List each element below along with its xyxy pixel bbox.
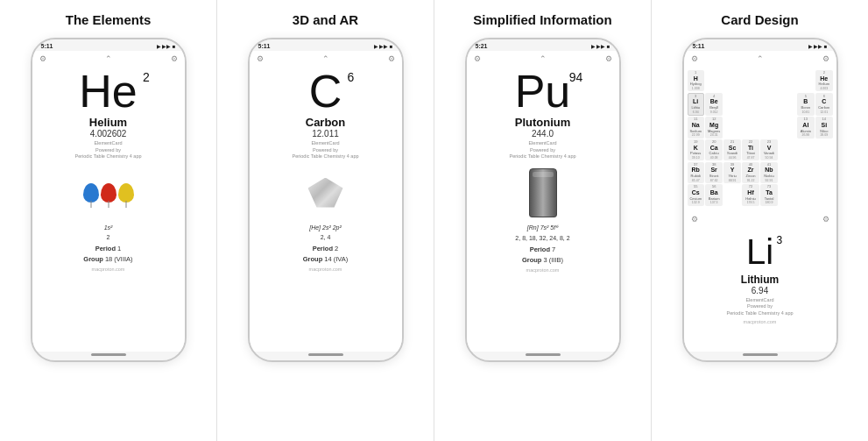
mini-cell-mass: 44.96 xyxy=(729,156,737,160)
mini-cell-mass: 40.08 xyxy=(710,156,718,160)
mini-cell-Cs[interactable]: 55 Cs Cesium 132.9 xyxy=(688,184,704,205)
mini-cell-Ba[interactable]: 56 Ba Barium 137.3 xyxy=(705,184,722,205)
mini-cell-Ta[interactable]: 73 Ta Tantal 180.9 xyxy=(760,184,777,205)
settings-icon[interactable]: ⚙ xyxy=(605,54,612,63)
mini-cell-empty xyxy=(723,70,740,91)
columns-wrapper: The Elements 5:11 ▶ ▶▶ ■ ⚙ ⌃ ⚙ He2Helium… xyxy=(0,0,868,441)
phone-bottom-bar xyxy=(684,352,836,360)
mini-cell-mass: 6.94 xyxy=(693,110,699,114)
mini-cell-Sc[interactable]: 21 Sc Scandi 44.96 xyxy=(723,139,740,160)
element-symbol-wrapper: He2Helium4.002602ElementCardPowered byPe… xyxy=(74,68,141,160)
mini-cell-Li[interactable]: 3 Li Lithiu 6.94 xyxy=(688,93,704,116)
mini-cell-mass: 85.47 xyxy=(692,179,700,182)
mini-cell-empty xyxy=(760,117,777,138)
mini-cell-Mg[interactable]: 12 Mg Magnes 24.31 xyxy=(705,117,722,138)
mini-cell-Ti[interactable]: 22 Ti Titani 47.87 xyxy=(742,139,759,160)
element-atomic-number: 2 xyxy=(143,70,150,84)
status-icons: ▶ ▶▶ ■ xyxy=(157,43,176,49)
mini-cell-empty xyxy=(779,117,795,138)
element-mass: 4.002602 xyxy=(90,129,127,139)
home-indicator xyxy=(743,353,778,356)
li-card-label: ElementCardPowered byPeriodic Table Chem… xyxy=(726,297,793,317)
mini-cell-Si[interactable]: 14 Si Silico 28.09 xyxy=(815,117,832,138)
element-card-label: ElementCardPowered byPeriodic Table Chem… xyxy=(74,140,141,160)
period-group: Period 2Group 14 (IVA) xyxy=(303,244,349,265)
mini-cell-He[interactable]: 2 He Helium 4.003 xyxy=(815,70,832,91)
element-card-header: ⚙ ⌃ ⚙ xyxy=(467,51,619,67)
mini-cell-Sr[interactable]: 38 Sr Stront 87.62 xyxy=(705,162,722,183)
settings-icon[interactable]: ⚙ xyxy=(822,54,829,63)
balloons xyxy=(83,183,134,203)
phone-bottom-bar xyxy=(250,352,402,360)
chevron-up-icon[interactable]: ⌃ xyxy=(540,54,547,63)
mini-cell-empty xyxy=(723,117,740,138)
mini-cell-empty xyxy=(815,139,832,160)
mini-cell-C[interactable]: 6 C Carbon 12.01 xyxy=(815,93,832,116)
element-image-area xyxy=(32,164,185,221)
mini-cell-H[interactable]: 1 H Hydrog 1.008 xyxy=(688,70,704,91)
element-symbol: Pu xyxy=(515,66,571,117)
gear-icon[interactable]: ⚙ xyxy=(39,54,46,63)
element-atomic-number: 94 xyxy=(569,70,583,84)
mini-cell-mass: 39.10 xyxy=(692,156,700,160)
mini-cell-mass: 137.3 xyxy=(710,201,718,204)
macproton-label: macproton.com xyxy=(744,319,777,324)
mini-cell-mass: 10.81 xyxy=(801,110,809,114)
settings-icon[interactable]: ⚙ xyxy=(388,54,395,63)
element-card-header: ⚙ ⌃ ⚙ xyxy=(32,51,185,67)
li-name: Lithium xyxy=(741,274,779,286)
macproton-label: macproton.com xyxy=(526,267,560,273)
mini-cell-mass: 1.008 xyxy=(692,87,700,90)
column-title-simplified-information: Simplified Information xyxy=(473,12,611,27)
status-bar-the-elements: 5:11 ▶ ▶▶ ■ xyxy=(32,39,185,51)
mini-cell-empty xyxy=(797,70,814,91)
gear-row: ⚙ ⚙ xyxy=(684,211,836,227)
settings-icon-2[interactable]: ⚙ xyxy=(822,215,829,224)
mini-cell-Nb[interactable]: 41 Nb Niobiu 92.91 xyxy=(760,162,777,183)
mini-cell-empty xyxy=(760,93,777,116)
column-card-design: Card Design 5:11 ▶ ▶▶ ■ ⚙ ⌃ ⚙ 1 H Hydrog… xyxy=(652,0,868,441)
status-icons: ▶ ▶▶ ■ xyxy=(374,43,393,49)
chevron-up-icon[interactable]: ⌃ xyxy=(757,54,764,63)
gear-icon[interactable]: ⚙ xyxy=(257,54,264,63)
mini-cell-empty xyxy=(742,70,759,91)
chevron-up-icon[interactable]: ⌃ xyxy=(322,54,329,63)
mini-cell-empty xyxy=(760,70,777,91)
element-symbol: C xyxy=(309,66,342,117)
mini-cell-mass: 26.98 xyxy=(801,133,809,137)
mini-cell-mass: 12.01 xyxy=(820,110,828,114)
mini-cell-Ca[interactable]: 20 Ca Calciu 40.08 xyxy=(705,139,722,160)
column-title-the-elements: The Elements xyxy=(66,12,152,27)
mini-cell-mass: 88.91 xyxy=(729,179,737,182)
element-mass: 244.0 xyxy=(532,129,554,139)
mini-cell-K[interactable]: 19 K Potass 39.10 xyxy=(688,139,704,160)
mini-cell-Hf[interactable]: 72 Hf Hafniu 178.5 xyxy=(742,184,759,205)
gear-icon[interactable]: ⚙ xyxy=(474,54,481,63)
plutonium-cylinder xyxy=(529,168,557,217)
element-card-header: ⚙ ⌃ ⚙ xyxy=(250,51,402,67)
gear-icon[interactable]: ⚙ xyxy=(691,54,698,63)
mini-cell-mass: 22.99 xyxy=(692,133,700,137)
mini-cell-Na[interactable]: 11 Na Sodium 22.99 xyxy=(688,117,704,138)
status-time: 5:11 xyxy=(41,43,53,49)
mini-cell-V[interactable]: 23 V Vanadi 50.94 xyxy=(760,139,777,160)
chevron-up-icon[interactable]: ⌃ xyxy=(105,54,112,63)
column-simplified-information: Simplified Information 5:21 ▶ ▶▶ ■ ⚙ ⌃ ⚙… xyxy=(434,0,652,441)
mini-cell-Rb[interactable]: 37 Rb Rubidi 85.47 xyxy=(688,162,704,183)
mini-cell-mass: 180.9 xyxy=(766,201,773,204)
mini-cell-empty xyxy=(779,184,795,205)
status-bar-card-design: 5:11 ▶ ▶▶ ■ xyxy=(684,39,836,51)
status-time: 5:21 xyxy=(476,43,488,49)
mini-cell-mass: 50.94 xyxy=(766,156,773,160)
electron-config: [He] 2s² 2p² xyxy=(309,224,342,231)
mini-cell-Be[interactable]: 4 Be Beryll 9.012 xyxy=(705,93,722,116)
mini-cell-Al[interactable]: 13 Al Alumin 26.98 xyxy=(797,117,814,138)
gear-icon-2[interactable]: ⚙ xyxy=(691,215,698,224)
mini-cell-Y[interactable]: 39 Y Yttriu 88.91 xyxy=(723,162,740,183)
mini-cell-mass: 91.22 xyxy=(747,179,755,182)
settings-icon[interactable]: ⚙ xyxy=(171,54,178,63)
element-mass: 12.011 xyxy=(312,129,339,139)
mini-cell-B[interactable]: 5 B Boron 10.81 xyxy=(797,93,814,116)
mini-cell-Zr[interactable]: 40 Zr Zircon 91.22 xyxy=(742,162,759,183)
periodic-mini-table: 1 H Hydrog 1.008 2 He Helium 4.003 3 Li … xyxy=(684,68,836,208)
